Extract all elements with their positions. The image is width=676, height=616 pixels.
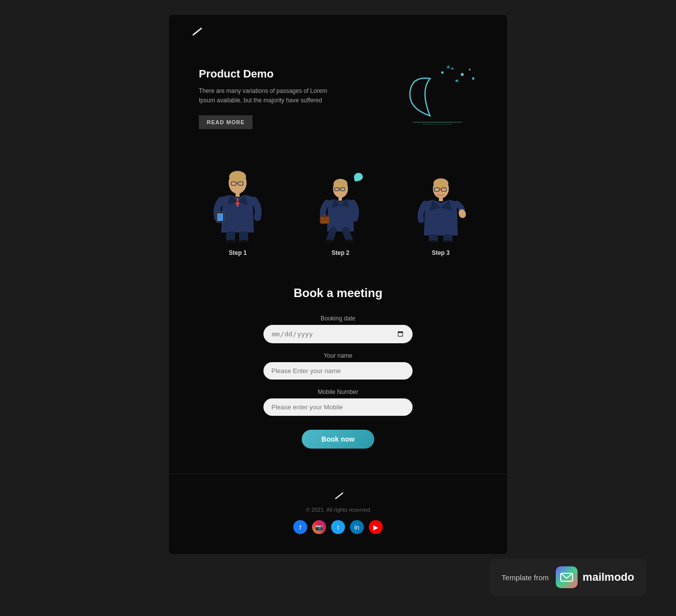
header-logo: ⟋ xyxy=(189,25,203,39)
mailmodo-brand-name: mailmodo xyxy=(583,571,634,584)
step-2-label: Step 2 xyxy=(332,249,349,256)
email-container: ⟋ Product Demo There are many variations… xyxy=(169,15,507,554)
mobile-field-group: Mobile Number xyxy=(209,388,467,416)
footer-logo: ⟋ xyxy=(189,489,487,503)
booking-title: Book a meeting xyxy=(209,286,467,300)
instagram-icon[interactable]: 📷 xyxy=(312,520,326,534)
book-now-button[interactable]: Book now xyxy=(302,430,375,449)
steps-section: Step 1 xyxy=(169,148,507,266)
step-2-item: Step 2 xyxy=(318,178,363,256)
svg-point-3 xyxy=(469,69,471,71)
linkedin-icon[interactable]: in xyxy=(350,520,364,534)
svg-point-11 xyxy=(229,171,246,183)
template-from-text: Template from xyxy=(502,573,549,582)
svg-point-0 xyxy=(441,72,444,74)
svg-marker-6 xyxy=(446,65,451,70)
step-2-figure xyxy=(318,178,363,244)
footer-copyright: © 2021. All rights reserved xyxy=(189,507,487,513)
step-3-item: Step 3 xyxy=(416,178,466,256)
date-label: Booking date xyxy=(209,315,467,322)
name-label: Your name xyxy=(209,352,467,359)
facebook-icon[interactable]: f xyxy=(293,520,307,534)
svg-rect-18 xyxy=(217,213,223,221)
svg-rect-28 xyxy=(338,197,342,201)
step-3-label: Step 3 xyxy=(432,249,450,256)
hero-title: Product Demo xyxy=(199,68,328,80)
social-icons-row: f 📷 t in ▶ xyxy=(189,520,487,534)
youtube-icon[interactable]: ▶ xyxy=(369,520,383,534)
step-1-figure xyxy=(210,168,265,244)
mailmodo-branding: Template from mailmodo xyxy=(490,558,646,596)
date-field-group: Booking date xyxy=(209,315,467,343)
svg-point-24 xyxy=(334,179,347,189)
read-more-button[interactable]: READ MORE xyxy=(199,115,253,129)
email-header: ⟋ xyxy=(169,15,507,49)
twitter-icon[interactable]: t xyxy=(331,520,345,534)
mobile-input[interactable] xyxy=(263,398,413,416)
page-background: ⟋ Product Demo There are many variations… xyxy=(0,0,676,616)
hero-description: There are many variations of passages of… xyxy=(199,86,328,105)
hero-section: Product Demo There are many variations o… xyxy=(169,49,507,148)
date-input[interactable] xyxy=(263,325,413,343)
booking-section: Book a meeting Booking date Your name Mo… xyxy=(169,266,507,473)
mailmodo-icon xyxy=(556,566,578,588)
email-footer: ⟋ © 2021. All rights reserved f 📷 t in ▶ xyxy=(169,473,507,554)
mobile-label: Mobile Number xyxy=(209,388,467,395)
step-1-item: Step 1 xyxy=(210,168,265,256)
svg-point-4 xyxy=(472,77,475,80)
svg-point-2 xyxy=(461,73,464,76)
mailmodo-logo: mailmodo xyxy=(556,566,634,588)
hero-text-block: Product Demo There are many variations o… xyxy=(199,68,328,129)
name-input[interactable] xyxy=(263,362,413,380)
svg-rect-39 xyxy=(439,198,443,201)
svg-point-35 xyxy=(433,178,448,188)
hero-illustration xyxy=(398,64,477,133)
step-3-figure xyxy=(416,178,466,244)
svg-point-1 xyxy=(451,68,453,70)
step-1-label: Step 1 xyxy=(229,249,247,256)
svg-rect-15 xyxy=(236,193,240,197)
name-field-group: Your name xyxy=(209,352,467,380)
